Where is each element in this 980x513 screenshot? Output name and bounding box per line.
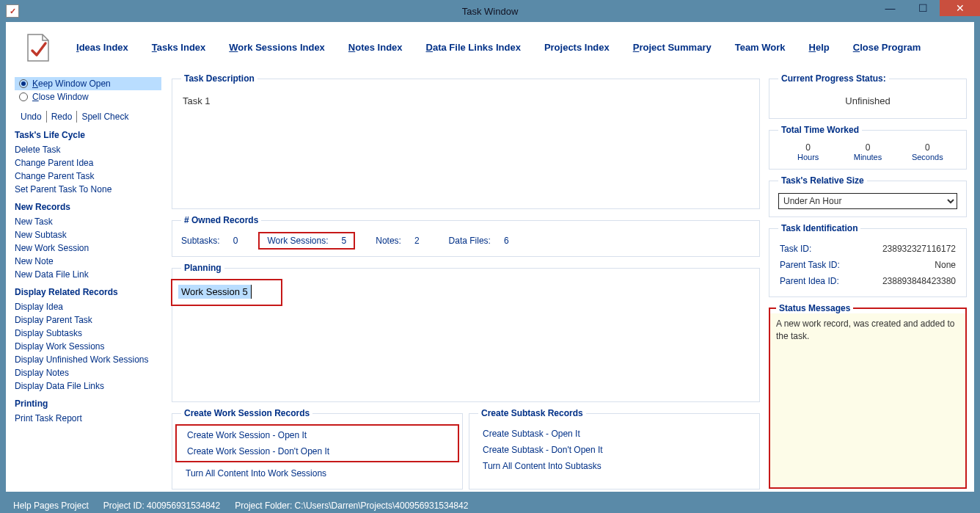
close-button[interactable]: ✕ <box>940 0 980 16</box>
radio-close-label: Close Window <box>32 92 89 102</box>
window-titlebar: ✓ Task Window — ☐ ✕ <box>0 0 980 22</box>
redo-button[interactable]: Redo <box>47 111 78 123</box>
sidebar-link-display-work-sessions[interactable]: Display Work Sessions <box>15 340 161 353</box>
sidebar-link-set-parent-task-to-none[interactable]: Set Parent Task To None <box>15 183 161 196</box>
data-files-value: 6 <box>504 236 509 246</box>
sidebar-link-display-data-file-links[interactable]: Display Data File Links <box>15 379 161 393</box>
menu-item-project-summary[interactable]: Project Summary <box>633 42 712 53</box>
sidebar-link-new-note[interactable]: New Note <box>15 255 161 268</box>
radio-keep-open[interactable]: Keep Window Open <box>15 77 161 90</box>
work-sessions-label: Work Sessions: <box>267 236 328 246</box>
menu-item-close-program[interactable]: Close Program <box>853 42 921 53</box>
minutes-label: Minutes <box>838 153 897 161</box>
menu-item-projects-index[interactable]: Projects Index <box>544 42 610 53</box>
sidebar-link-new-task[interactable]: New Task <box>15 215 161 228</box>
sidebar-link-change-parent-idea[interactable]: Change Parent Idea <box>15 156 161 170</box>
sidebar-link-display-idea[interactable]: Display Idea <box>15 300 161 313</box>
work-sessions-value: 5 <box>342 236 347 246</box>
radio-icon <box>19 92 28 101</box>
sidebar-link-change-parent-task[interactable]: Change Parent Task <box>15 170 161 183</box>
status-messages-group: Status Messages A new work record, was c… <box>769 303 967 489</box>
status-bar: Help Pages Project Project ID: 400956931… <box>0 495 980 513</box>
planning-label: Planning <box>181 263 224 273</box>
sidebar-link-display-notes[interactable]: Display Notes <box>15 366 161 379</box>
radio-close-window[interactable]: Close Window <box>15 90 161 103</box>
sidebar-section-title: Printing <box>15 399 161 409</box>
sidebar-link-new-subtask[interactable]: New Subtask <box>15 228 161 241</box>
minimize-button[interactable]: — <box>874 0 907 16</box>
create-sub-allcontent[interactable]: Turn All Content Into Subtasks <box>478 458 750 474</box>
menu-item-tasks-index[interactable]: Tasks Index <box>152 42 205 53</box>
task-description-label: Task Description <box>181 73 257 84</box>
spellcheck-button[interactable]: Spell Check <box>77 111 133 123</box>
notes-label: Notes: <box>376 236 401 246</box>
task-id-label: Task ID: <box>780 244 811 254</box>
owned-records-label: # Owned Records <box>181 215 261 225</box>
create-ws-allcontent[interactable]: Turn All Content Into Work Sessions <box>181 465 453 481</box>
task-description-group: Task Description Task 1 <box>172 73 760 209</box>
main-menubar: Ideas IndexTasks IndexWork Sessions Inde… <box>6 22 974 72</box>
footer-project-folder: Project Folder: C:\Users\Darren\Projects… <box>235 501 468 511</box>
create-sub-open[interactable]: Create Subtask - Open It <box>478 426 750 442</box>
footer-help[interactable]: Help Pages Project <box>13 501 89 511</box>
relative-size-label: Task's Relative Size <box>778 175 867 186</box>
menu-item-team-work[interactable]: Team Work <box>735 42 786 53</box>
subtasks-value: 0 <box>233 236 238 246</box>
sidebar-link-display-subtasks[interactable]: Display Subtasks <box>15 327 161 340</box>
sidebar: Keep Window Open Close Window Undo Redo … <box>10 72 166 492</box>
radio-icon <box>19 79 28 88</box>
notes-value: 2 <box>414 236 420 246</box>
planning-group: Planning Work Session 5 <box>172 263 760 402</box>
planning-input[interactable]: Work Session 5 <box>178 285 252 299</box>
progress-status-label: Current Progress Status: <box>778 73 889 84</box>
parent-task-id-value: None <box>935 260 956 270</box>
undo-button[interactable]: Undo <box>16 111 47 123</box>
radio-keep-label: Keep Window Open <box>32 79 111 89</box>
create-sub-title: Create Subtask Records <box>478 408 586 418</box>
task-description-text[interactable]: Task 1 <box>181 91 750 201</box>
mini-toolbar: Undo Redo Spell Check <box>16 111 161 123</box>
sidebar-link-new-work-session[interactable]: New Work Session <box>15 241 161 255</box>
hours-label: Hours <box>779 153 838 161</box>
parent-task-id-label: Parent Task ID: <box>780 260 840 270</box>
menu-item-ideas-index[interactable]: Ideas Index <box>76 42 128 53</box>
sidebar-link-new-data-file-link[interactable]: New Data File Link <box>15 268 161 281</box>
task-ident-label: Task Identification <box>778 223 860 233</box>
menu-item-notes-index[interactable]: Notes Index <box>348 42 403 53</box>
progress-status-value: Unfinished <box>778 91 957 111</box>
menu-item-help[interactable]: Help <box>809 42 830 53</box>
create-work-session-group: Create Work Session Records Create Work … <box>172 408 463 490</box>
menu-item-work-sessions-index[interactable]: Work Sessions Index <box>229 42 325 53</box>
sidebar-link-display-parent-task[interactable]: Display Parent Task <box>15 313 161 327</box>
parent-idea-id-value: 238893848423380 <box>882 276 956 286</box>
footer-project-id: Project ID: 400956931534842 <box>103 501 220 511</box>
task-id-value: 238932327116172 <box>882 244 956 254</box>
progress-status-group: Current Progress Status: Unfinished <box>769 73 967 119</box>
create-ws-noopen[interactable]: Create Work Session - Don't Open It <box>183 443 452 459</box>
task-identification-group: Task Identification Task ID:238932327116… <box>769 223 967 297</box>
create-sub-noopen[interactable]: Create Subtask - Don't Open It <box>478 442 750 458</box>
status-messages-label: Status Messages <box>776 303 853 313</box>
owned-records-group: # Owned Records Subtasks:0 Work Sessions… <box>172 215 760 257</box>
sidebar-link-display-unfinished-work-sessions[interactable]: Display Unfinished Work Sessions <box>15 353 161 366</box>
hours-value: 0 <box>779 142 838 153</box>
create-subtask-group: Create Subtask Records Create Subtask - … <box>469 408 760 490</box>
sidebar-link-print-task-report[interactable]: Print Task Report <box>15 412 161 425</box>
time-worked-label: Total Time Worked <box>778 125 862 135</box>
sidebar-section-title: Display Related Records <box>15 287 161 297</box>
parent-idea-id-label: Parent Idea ID: <box>780 276 839 286</box>
window-title: Task Window <box>0 6 980 17</box>
sidebar-link-delete-task[interactable]: Delete Task <box>15 143 161 156</box>
seconds-label: Seconds <box>898 153 957 161</box>
sidebar-section-title: New Records <box>15 202 161 212</box>
seconds-value: 0 <box>898 142 957 153</box>
menu-item-data-file-links-index[interactable]: Data File Links Index <box>426 42 521 53</box>
relative-size-select[interactable]: Under An Hour <box>778 193 957 209</box>
relative-size-group: Task's Relative Size Under An Hour <box>769 175 967 217</box>
maximize-button[interactable]: ☐ <box>907 0 940 16</box>
minutes-value: 0 <box>838 142 897 153</box>
create-ws-title: Create Work Session Records <box>181 408 312 418</box>
subtasks-label: Subtasks: <box>181 236 220 246</box>
logo-icon <box>23 32 53 62</box>
create-ws-open[interactable]: Create Work Session - Open It <box>183 427 452 443</box>
